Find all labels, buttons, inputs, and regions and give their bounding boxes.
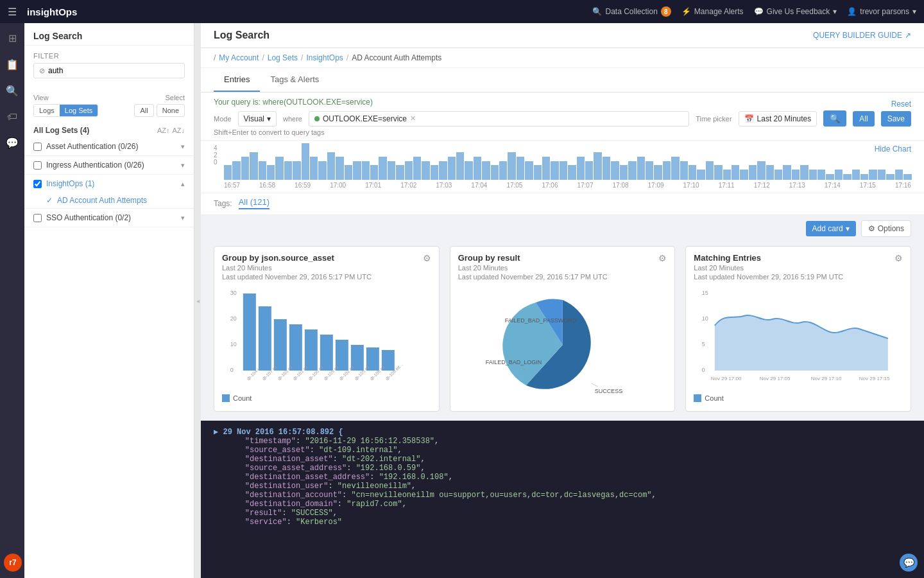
- select-all-btn[interactable]: All: [134, 104, 153, 117]
- timeline-bar: [293, 161, 300, 180]
- timeline-bar: [508, 152, 515, 180]
- time-value: Last 20 Minutes: [757, 114, 812, 123]
- rail-tag-icon[interactable]: 🏷: [4, 109, 20, 125]
- logset-asset-auth-checkbox[interactable]: [33, 143, 42, 151]
- card3-legend-label: Count: [705, 394, 723, 402]
- tab-entries[interactable]: Entries: [214, 68, 260, 92]
- logset-child-check-icon: ✓: [46, 196, 53, 205]
- logset-sso-auth-checkbox[interactable]: [33, 214, 42, 222]
- breadcrumb-insightops[interactable]: InsightOps: [306, 53, 343, 62]
- chat-support-icon[interactable]: 💬: [900, 554, 918, 572]
- breadcrumb-sep-slash: /: [214, 53, 216, 62]
- hamburger-icon[interactable]: ☰: [8, 6, 17, 18]
- card1-bar-chart-svg: 30 20 10 0: [222, 287, 431, 383]
- logset-insightops-checkbox[interactable]: [33, 180, 42, 188]
- timeline-bar: [895, 170, 903, 180]
- sort-az-icon[interactable]: AZ↑: [157, 127, 170, 134]
- sort-za-icon[interactable]: AZ↓: [172, 127, 185, 134]
- select-group: All None: [134, 104, 185, 117]
- timeline-bar: [671, 157, 679, 180]
- logset-group-ingress-auth-header[interactable]: Ingress Authentication (0/26) ▾: [24, 156, 194, 174]
- breadcrumb-log-sets[interactable]: Log Sets: [268, 53, 298, 62]
- timeline-bar: [620, 165, 628, 180]
- user-menu-nav[interactable]: 👤 trevor parsons ▾: [847, 7, 916, 16]
- timeline-bar: [740, 170, 748, 180]
- timeline-bar: [749, 165, 757, 180]
- timeline-bar: [843, 174, 851, 180]
- sidebar-collapse-handle[interactable]: ◂: [194, 23, 201, 578]
- logset-group-sso-auth-header[interactable]: SSO Authentication (0/2) ▾: [24, 209, 194, 227]
- logset-child-ad-account-name: AD Account Auth Attempts: [57, 196, 147, 205]
- query-builder-link[interactable]: QUERY BUILDER GUIDE ↗: [813, 31, 911, 40]
- timeline-bar: [302, 143, 309, 180]
- card2-chart-area: FAILED_BAD_PASSWORD FAILED_BAD_LOGIN SUC…: [450, 283, 675, 411]
- time-picker[interactable]: 📅 Last 20 Minutes: [739, 111, 817, 127]
- alerts-icon: ⚡: [681, 7, 691, 16]
- add-card-button[interactable]: Add card ▾: [806, 221, 856, 236]
- page-title: Log Search: [214, 30, 270, 41]
- log-timestamp[interactable]: ▶ 29 Nov 2016 16:57:08.892 {: [214, 428, 343, 437]
- query-area: Your query is: where(OUTLOOK.EXE=service…: [201, 92, 924, 141]
- manage-alerts-nav[interactable]: ⚡ Manage Alerts: [681, 7, 744, 16]
- select-none-btn[interactable]: None: [157, 104, 185, 117]
- rail-chat-icon[interactable]: 💬: [3, 134, 21, 152]
- timeline-bar: [757, 161, 765, 180]
- mode-label: Mode: [214, 115, 232, 123]
- logset-group-insightops-header[interactable]: InsightOps (1) ▴: [24, 175, 194, 193]
- timeline-bar: [663, 161, 671, 180]
- card3-legend-box: [694, 394, 701, 402]
- toggle-logs-btn[interactable]: Logs: [34, 105, 60, 116]
- card-group-source-asset: Group by json.source_asset Last 20 Minut…: [214, 246, 440, 412]
- rail-logs-icon[interactable]: 📋: [3, 56, 21, 73]
- toggle-logsets-btn[interactable]: Log Sets: [60, 105, 98, 116]
- save-button[interactable]: Save: [881, 111, 911, 127]
- all-button[interactable]: All: [853, 111, 874, 127]
- breadcrumb-sep2: /: [301, 53, 303, 62]
- give-feedback-nav[interactable]: 💬 Give Us Feedback ▾: [754, 7, 837, 16]
- tab-tags-alerts[interactable]: Tags & Alerts: [260, 68, 329, 92]
- tags-row: Tags: All (121): [201, 193, 924, 215]
- feedback-icon: 💬: [754, 7, 764, 16]
- card3-gear-icon[interactable]: ⚙: [894, 253, 903, 263]
- search-button[interactable]: 🔍: [823, 110, 846, 127]
- options-button[interactable]: ⚙ Options: [861, 220, 911, 237]
- timeline-x-label: 17:08: [613, 182, 629, 189]
- timeline-bar: [706, 161, 714, 180]
- timeline-bar: [491, 165, 499, 180]
- logset-group-asset-auth-header[interactable]: Asset Authentication (0/26) ▾: [24, 137, 194, 155]
- timeline-x-label: 17:05: [506, 182, 522, 189]
- timeline-bar: [232, 161, 240, 180]
- breadcrumb-my-account[interactable]: My Account: [219, 53, 259, 62]
- timeline-x-label: 17:12: [754, 182, 770, 189]
- timeline-bars: [224, 141, 911, 180]
- timeline-bar: [826, 174, 834, 180]
- timeline-bar: [689, 165, 696, 180]
- app-layout: ⊞ 📋 🔍 🏷 💬 Log Search Filter ⊘ View Selec…: [0, 23, 924, 578]
- rail-search-icon[interactable]: 🔍: [3, 82, 21, 100]
- user-chevron-icon: ▾: [912, 7, 916, 16]
- rapid7-logo: r7: [4, 554, 22, 572]
- time-picker-label: Time picker: [696, 115, 732, 123]
- rail-home-icon[interactable]: ⊞: [6, 30, 19, 47]
- timeline-bar: [792, 170, 800, 180]
- where-input-wrap[interactable]: OUTLOOK.EXE=service ✕: [309, 111, 689, 127]
- filter-input[interactable]: [48, 66, 179, 75]
- data-collection-nav[interactable]: 🔍 Data Collection 8: [592, 6, 671, 17]
- timeline-x-label: 17:14: [825, 182, 841, 189]
- card1-gear-icon[interactable]: ⚙: [423, 253, 431, 263]
- filter-section: Filter ⊘: [24, 46, 194, 82]
- logset-child-ad-account[interactable]: ✓ AD Account Auth Attempts: [24, 193, 194, 208]
- reset-link[interactable]: Reset: [891, 100, 911, 109]
- logset-ingress-auth-checkbox[interactable]: [33, 161, 42, 170]
- timeline-bar: [456, 152, 464, 180]
- where-tag-x-icon[interactable]: ✕: [410, 114, 416, 123]
- tags-all[interactable]: All (121): [239, 197, 270, 209]
- timeline-x-label: 17:07: [577, 182, 593, 189]
- mode-select[interactable]: Visual ▾: [238, 111, 277, 127]
- card2-gear-icon[interactable]: ⚙: [658, 253, 667, 263]
- tags-label: Tags:: [214, 199, 232, 208]
- card1-legend-label: Count: [233, 394, 252, 402]
- card1-legend-box: [222, 394, 230, 402]
- timeline-bar: [654, 165, 662, 180]
- svg-text:Nov 29 17:05: Nov 29 17:05: [760, 376, 791, 381]
